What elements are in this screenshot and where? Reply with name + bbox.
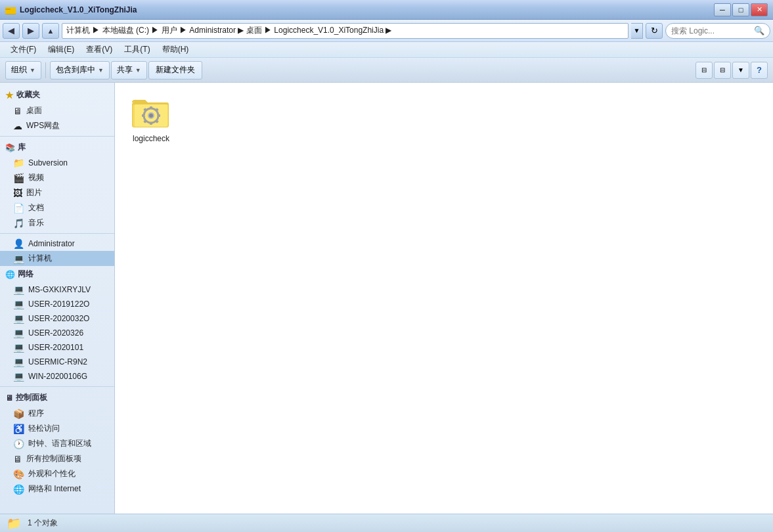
net-computer-icon-4: 💻 — [13, 342, 24, 353]
include-library-label: 包含到库中 — [56, 64, 95, 76]
back-button[interactable]: ◀ — [3, 23, 20, 39]
sidebar: ★ 收藏夹 🖥 桌面 ☁ WPS网盘 📚 库 📁 Subversion 🎬 视频… — [0, 83, 115, 514]
title-bar-icon — [5, 5, 16, 15]
menu-tools[interactable]: 工具(T) — [119, 43, 155, 56]
organize-label: 组织 — [11, 64, 27, 76]
star-icon: ★ — [5, 90, 14, 100]
include-library-button[interactable]: 包含到库中 ▼ — [50, 61, 110, 79]
sidebar-item-net-3[interactable]: 💻 USER-2020326 — [0, 326, 114, 340]
sidebar-item-net-4[interactable]: 💻 USER-2020101 — [0, 340, 114, 355]
svg-rect-9 — [158, 114, 160, 117]
folder-item-logiccheck[interactable]: logiccheck — [121, 89, 181, 147]
search-icon: 🔍 — [754, 26, 764, 35]
sidebar-favorites-header[interactable]: ★ 收藏夹 — [0, 87, 114, 103]
net-computer-icon-0: 💻 — [13, 284, 24, 295]
title-bar: Logiccheck_V1.0_XiTongZhiJia ─ □ ✕ — [0, 0, 773, 20]
sidebar-item-administrator[interactable]: 👤 Administrator — [0, 236, 114, 251]
sidebar-network-header[interactable]: 🌐 网络 — [0, 266, 114, 282]
search-bar[interactable]: 🔍 — [665, 23, 770, 39]
desktop-icon: 🖥 — [13, 106, 22, 116]
details-pane-button[interactable]: ⊟ — [714, 62, 731, 79]
sidebar-item-subversion[interactable]: 📁 Subversion — [0, 156, 114, 170]
sidebar-appearance-label: 外观和个性化 — [28, 468, 76, 479]
sidebar-item-net-5[interactable]: 💻 USERMIC-R9N2 — [0, 355, 114, 369]
view-dropdown-button[interactable]: ▼ — [732, 62, 749, 79]
sidebar-item-documents[interactable]: 📄 文档 — [0, 200, 114, 215]
toolbar: 组织 ▼ 包含到库中 ▼ 共享 ▼ 新建文件夹 ⊟ ⊟ ▼ ? — [0, 58, 773, 83]
net-computer-icon-6: 💻 — [13, 371, 24, 382]
status-bar: 📁 1 个对象 — [0, 514, 773, 532]
sidebar-documents-label: 文档 — [28, 202, 44, 213]
include-arrow-icon: ▼ — [98, 67, 104, 74]
favorites-label: 收藏夹 — [16, 89, 40, 100]
title-bar-text: Logiccheck_V1.0_XiTongZhiJia — [20, 5, 137, 14]
sidebar-divider-1 — [0, 136, 114, 137]
main-container: ★ 收藏夹 🖥 桌面 ☁ WPS网盘 📚 库 📁 Subversion 🎬 视频… — [0, 83, 773, 514]
close-button[interactable]: ✕ — [751, 3, 768, 16]
sidebar-item-program[interactable]: 📦 程序 — [0, 406, 114, 421]
organize-button[interactable]: 组织 ▼ — [5, 61, 41, 79]
sidebar-item-music[interactable]: 🎵 音乐 — [0, 215, 114, 231]
sidebar-item-allpanel[interactable]: 🖥 所有控制面板项 — [0, 451, 114, 466]
sidebar-item-net-2[interactable]: 💻 USER-2020032O — [0, 311, 114, 326]
forward-button[interactable]: ▶ — [22, 23, 39, 39]
help-button[interactable]: ? — [751, 62, 768, 79]
refresh-button[interactable]: ↻ — [646, 23, 663, 39]
sidebar-network-internet-label: 网络和 Internet — [28, 483, 81, 495]
svg-rect-10 — [142, 114, 144, 117]
subversion-icon: 📁 — [13, 158, 24, 168]
view-dropdown-icon: ▼ — [738, 66, 744, 74]
sidebar-access-label: 轻松访问 — [28, 423, 60, 434]
sidebar-desktop-label: 桌面 — [26, 105, 42, 116]
minimize-button[interactable]: ─ — [714, 3, 731, 16]
sidebar-item-wps[interactable]: ☁ WPS网盘 — [0, 118, 114, 133]
organize-arrow-icon: ▼ — [30, 67, 35, 74]
sidebar-item-net-0[interactable]: 💻 MS-GXKIXRYJLV — [0, 282, 114, 297]
sidebar-net-label-3: USER-2020326 — [28, 328, 83, 338]
folder-name-logiccheck: logiccheck — [133, 134, 169, 143]
share-button[interactable]: 共享 ▼ — [111, 61, 147, 79]
sidebar-item-access[interactable]: ♿ 轻松访问 — [0, 421, 114, 436]
sidebar-controlpanel-header[interactable]: 🖥 控制面板 — [0, 389, 114, 406]
sidebar-subversion-label: Subversion — [28, 158, 68, 167]
sidebar-program-label: 程序 — [28, 408, 44, 419]
sidebar-divider-2 — [0, 233, 114, 234]
toolbar-separator-1 — [45, 62, 46, 78]
sidebar-library-header[interactable]: 📚 库 — [0, 139, 114, 156]
menu-edit[interactable]: 编辑(E) — [43, 43, 79, 56]
address-path-text: 计算机 ▶ 本地磁盘 (C:) ▶ 用户 ▶ Administrator ▶ 桌… — [66, 25, 391, 36]
sidebar-item-network-internet[interactable]: 🌐 网络和 Internet — [0, 481, 114, 497]
new-folder-button[interactable]: 新建文件夹 — [148, 61, 202, 79]
sidebar-item-images[interactable]: 🖼 图片 — [0, 185, 114, 200]
sidebar-item-net-1[interactable]: 💻 USER-2019122O — [0, 297, 114, 311]
menu-view[interactable]: 查看(V) — [81, 43, 118, 56]
network-icon: 🌐 — [5, 270, 15, 279]
share-label: 共享 — [117, 64, 133, 76]
music-icon: 🎵 — [13, 218, 24, 229]
svg-rect-1 — [5, 7, 16, 14]
search-input[interactable] — [671, 26, 751, 35]
menu-file[interactable]: 文件(F) — [5, 43, 41, 56]
file-area[interactable]: logiccheck — [115, 83, 773, 514]
address-dropdown-button[interactable]: ▼ — [631, 23, 643, 39]
sidebar-item-appearance[interactable]: 🎨 外观和个性化 — [0, 466, 114, 481]
sidebar-item-computer[interactable]: 💻 计算机 — [0, 251, 114, 266]
svg-rect-7 — [150, 106, 152, 109]
video-icon: 🎬 — [13, 173, 24, 183]
sidebar-clock-label: 时钟、语言和区域 — [28, 438, 91, 449]
sidebar-item-net-6[interactable]: 💻 WIN-20200106G — [0, 369, 114, 384]
sidebar-item-desktop[interactable]: 🖥 桌面 — [0, 103, 114, 118]
sidebar-images-label: 图片 — [26, 187, 42, 198]
clock-icon: 🕐 — [13, 439, 24, 449]
preview-pane-button[interactable]: ⊟ — [696, 62, 713, 79]
sidebar-item-video[interactable]: 🎬 视频 — [0, 170, 114, 185]
sidebar-computer-label: 计算机 — [28, 253, 52, 264]
maximize-button[interactable]: □ — [732, 3, 749, 16]
up-button[interactable]: ▲ — [42, 23, 59, 39]
address-path-bar[interactable]: 计算机 ▶ 本地磁盘 (C:) ▶ 用户 ▶ Administrator ▶ 桌… — [62, 23, 629, 39]
menu-help[interactable]: 帮助(H) — [157, 43, 194, 56]
net-computer-icon-3: 💻 — [13, 328, 24, 338]
appearance-icon: 🎨 — [13, 469, 24, 479]
wps-icon: ☁ — [13, 121, 22, 131]
sidebar-item-clock[interactable]: 🕐 时钟、语言和区域 — [0, 436, 114, 451]
